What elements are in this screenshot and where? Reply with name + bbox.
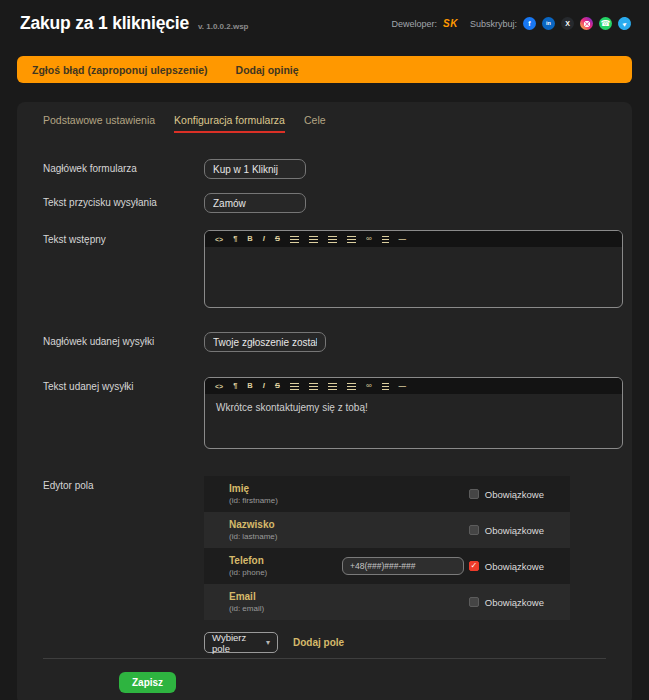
field-meta: Email(id: email) bbox=[229, 591, 342, 613]
italic-icon[interactable]: I bbox=[263, 382, 265, 390]
intro-editor-content[interactable] bbox=[205, 247, 622, 263]
italic-icon[interactable]: I bbox=[263, 235, 265, 243]
version-label: v. 1.0.0.2.wsp bbox=[198, 22, 249, 31]
bullet-list-icon[interactable] bbox=[290, 383, 299, 390]
code-icon[interactable]: <> bbox=[215, 236, 223, 243]
form-header-input[interactable] bbox=[204, 159, 306, 179]
paragraph-icon[interactable]: ¶ bbox=[233, 235, 237, 243]
intro-text-row: Tekst wstępny <>¶BIS∞— bbox=[26, 230, 623, 308]
success-editor-content[interactable]: Wkrótce skontaktujemy się z tobą! bbox=[205, 394, 622, 421]
field-select[interactable]: Wybierz pole ▾ bbox=[204, 632, 278, 653]
developer-label: Deweloper: bbox=[392, 19, 438, 29]
field-select-value: Wybierz pole bbox=[212, 632, 266, 654]
field-phone-mask-input[interactable] bbox=[342, 557, 464, 575]
social-links: finX☎► bbox=[523, 17, 631, 30]
indent-icon[interactable] bbox=[347, 383, 356, 390]
field-row-phone: Telefon(id: phone)✓Obowiązkowe bbox=[204, 548, 570, 584]
fields-editor-row: Edytor pola Imię(id: firstname)Obowiązko… bbox=[26, 476, 623, 620]
tab-konfiguracja-formularza[interactable]: Konfiguracja formularza bbox=[174, 114, 285, 133]
form-header-label: Nagłówek formularza bbox=[43, 159, 204, 174]
field-name: Email bbox=[229, 591, 342, 602]
checkbox-icon[interactable] bbox=[469, 489, 479, 499]
required-toggle[interactable]: Obowiązkowe bbox=[469, 489, 544, 500]
outdent-icon[interactable] bbox=[328, 236, 337, 243]
required-label: Obowiązkowe bbox=[485, 525, 544, 536]
field-meta: Imię(id: firstname) bbox=[229, 483, 342, 505]
form-header-row: Nagłówek formularza bbox=[26, 159, 623, 179]
field-name: Telefon bbox=[229, 555, 342, 566]
tab-cele[interactable]: Cele bbox=[304, 114, 326, 133]
outdent-icon[interactable] bbox=[328, 383, 337, 390]
report-bug-link[interactable]: Zgłoś błąd (zaproponuj ulepszenie) bbox=[32, 64, 208, 76]
required-toggle[interactable]: ✓Obowiązkowe bbox=[469, 561, 544, 572]
add-review-link[interactable]: Dodaj opinię bbox=[236, 64, 299, 76]
settings-panel: Podstawowe ustawieniaKonfiguracja formul… bbox=[17, 102, 632, 700]
title-group: Zakup za 1 kliknięcie v. 1.0.0.2.wsp bbox=[20, 13, 248, 34]
add-field-link[interactable]: Dodaj pole bbox=[293, 637, 344, 648]
spacer bbox=[43, 641, 204, 645]
hr-icon[interactable]: — bbox=[399, 382, 407, 390]
field-id: (id: email) bbox=[229, 604, 342, 613]
strike-icon[interactable]: S bbox=[275, 382, 280, 390]
x-icon[interactable]: X bbox=[561, 17, 574, 30]
success-header-row: Nagłówek udanej wysyłki bbox=[26, 332, 623, 352]
telegram-icon[interactable]: ► bbox=[615, 14, 633, 32]
tab-podstawowe-ustawienia[interactable]: Podstawowe ustawienia bbox=[43, 114, 155, 133]
field-row-email: Email(id: email)Obowiązkowe bbox=[204, 584, 570, 620]
editor-toolbar: <>¶BIS∞— bbox=[205, 231, 622, 247]
link-icon[interactable]: ∞ bbox=[366, 382, 372, 390]
app-window: Zakup za 1 kliknięcie v. 1.0.0.2.wsp Dew… bbox=[0, 0, 649, 700]
ordered-list-icon[interactable] bbox=[309, 236, 318, 243]
instagram-icon[interactable] bbox=[580, 17, 593, 30]
add-field-row: Wybierz pole ▾ Dodaj pole bbox=[26, 632, 623, 653]
field-id: (id: firstname) bbox=[229, 496, 342, 505]
submit-text-row: Tekst przycisku wysyłania bbox=[26, 193, 623, 213]
required-label: Obowiązkowe bbox=[485, 489, 544, 500]
success-header-input[interactable] bbox=[204, 332, 326, 352]
developer-logo[interactable]: SK bbox=[443, 18, 458, 29]
subscribe-label: Subskrybuj: bbox=[470, 19, 517, 29]
required-label: Obowiązkowe bbox=[485, 561, 544, 572]
checkbox-icon[interactable] bbox=[469, 525, 479, 535]
chevron-down-icon: ▾ bbox=[266, 638, 270, 647]
field-row-lastname: Nazwisko(id: lastname)Obowiązkowe bbox=[204, 512, 570, 548]
field-meta: Telefon(id: phone) bbox=[229, 555, 342, 577]
checkbox-icon[interactable] bbox=[469, 597, 479, 607]
bullet-list-icon[interactable] bbox=[290, 236, 299, 243]
code-icon[interactable]: <> bbox=[215, 383, 223, 390]
header: Zakup za 1 kliknięcie v. 1.0.0.2.wsp Dew… bbox=[0, 0, 649, 34]
ordered-list-icon[interactable] bbox=[309, 383, 318, 390]
align-icon[interactable] bbox=[382, 383, 389, 390]
submit-text-input[interactable] bbox=[204, 193, 306, 213]
notice-banner: Zgłoś błąd (zaproponuj ulepszenie) Dodaj… bbox=[17, 56, 632, 83]
linkedin-icon[interactable]: in bbox=[542, 17, 555, 30]
footer: Zapisz bbox=[26, 659, 623, 700]
field-meta: Nazwisko(id: lastname) bbox=[229, 519, 342, 541]
indent-icon[interactable] bbox=[347, 236, 356, 243]
header-links: Deweloper: SK Subskrybuj: finX☎► bbox=[392, 17, 631, 30]
required-toggle[interactable]: Obowiązkowe bbox=[469, 597, 544, 608]
tab-bar: Podstawowe ustawieniaKonfiguracja formul… bbox=[26, 114, 623, 133]
save-button[interactable]: Zapisz bbox=[119, 672, 176, 693]
bold-icon[interactable]: B bbox=[247, 382, 252, 390]
strike-icon[interactable]: S bbox=[275, 235, 280, 243]
paragraph-icon[interactable]: ¶ bbox=[233, 382, 237, 390]
success-text-row: Tekst udanej wysyłki <>¶BIS∞— Wkrótce sk… bbox=[26, 377, 623, 449]
field-name: Nazwisko bbox=[229, 519, 342, 530]
intro-text-label: Tekst wstępny bbox=[43, 230, 204, 245]
link-icon[interactable]: ∞ bbox=[366, 235, 372, 243]
fields-editor-label: Edytor pola bbox=[43, 476, 204, 491]
field-id: (id: phone) bbox=[229, 568, 342, 577]
success-text-label: Tekst udanej wysyłki bbox=[43, 377, 204, 392]
field-name: Imię bbox=[229, 483, 342, 494]
success-header-label: Nagłówek udanej wysyłki bbox=[43, 332, 204, 347]
page-title: Zakup za 1 kliknięcie bbox=[20, 13, 189, 34]
facebook-icon[interactable]: f bbox=[523, 17, 536, 30]
hr-icon[interactable]: — bbox=[399, 235, 407, 243]
align-icon[interactable] bbox=[382, 236, 389, 243]
required-toggle[interactable]: Obowiązkowe bbox=[469, 525, 544, 536]
fields-table: Imię(id: firstname)ObowiązkoweNazwisko(i… bbox=[204, 476, 570, 620]
bold-icon[interactable]: B bbox=[247, 235, 252, 243]
checkbox-checked-icon[interactable]: ✓ bbox=[469, 561, 479, 571]
whatsapp-icon[interactable]: ☎ bbox=[599, 17, 612, 30]
